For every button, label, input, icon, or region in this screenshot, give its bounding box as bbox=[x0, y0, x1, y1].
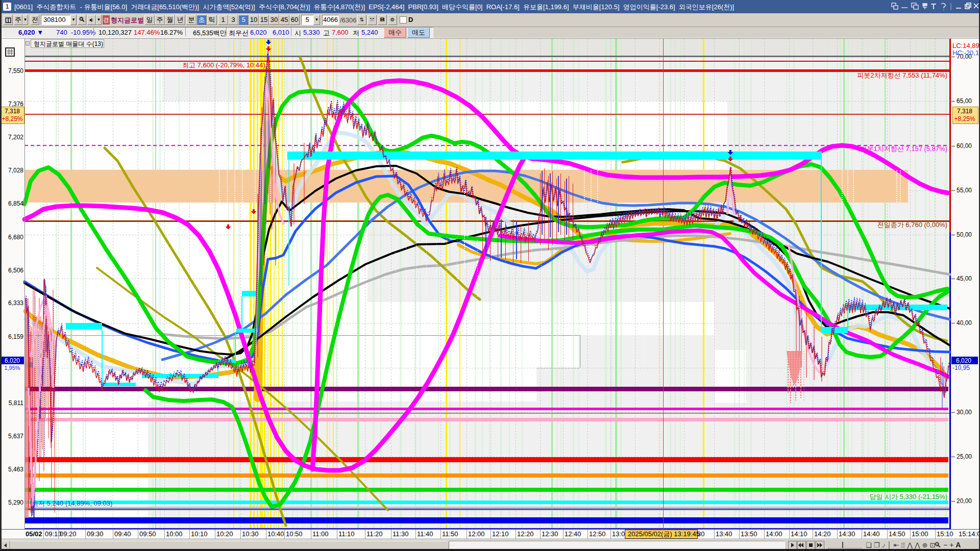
svg-text:15:00: 15:00 bbox=[912, 530, 928, 538]
svg-text:14:00: 14:00 bbox=[766, 530, 782, 538]
svg-text:13:50: 13:50 bbox=[741, 530, 757, 538]
svg-text:13:40: 13:40 bbox=[716, 530, 732, 538]
svg-text:10:40: 10:40 bbox=[267, 530, 284, 538]
svg-text:14:50: 14:50 bbox=[889, 530, 905, 538]
svg-text:55,00: 55,00 bbox=[957, 187, 972, 194]
svg-text:09:30: 09:30 bbox=[87, 530, 104, 538]
svg-text:7,318: 7,318 bbox=[5, 108, 20, 115]
svg-text:11:50: 11:50 bbox=[442, 530, 458, 538]
svg-text:6,020: 6,020 bbox=[5, 357, 20, 364]
svg-text:6,680: 6,680 bbox=[8, 234, 23, 241]
svg-text:12:30: 12:30 bbox=[542, 530, 558, 538]
svg-text:6,506: 6,506 bbox=[8, 267, 23, 274]
svg-text:형지글로벌 매물대 수(13): 형지글로벌 매물대 수(13) bbox=[34, 40, 103, 47]
svg-text:피봇2차저항선 7,553 (11,74%): 피봇2차저항선 7,553 (11,74%) bbox=[857, 71, 947, 79]
svg-text:6,333: 6,333 bbox=[8, 299, 23, 307]
svg-text:피봇1차저항선 7,157 (5,87%): 피봇1차저항선 7,157 (5,87%) bbox=[860, 145, 947, 153]
svg-text:25,00: 25,00 bbox=[957, 453, 972, 460]
svg-text:09:20: 09:20 bbox=[60, 530, 77, 538]
svg-text:14:10: 14:10 bbox=[791, 530, 807, 538]
svg-text:2025/05/02(금) 13:19:45: 2025/05/02(금) 13:19:45 bbox=[628, 530, 700, 538]
svg-text:10:10: 10:10 bbox=[191, 530, 208, 538]
svg-text:14:20: 14:20 bbox=[814, 530, 831, 538]
svg-text:09:10: 09:10 bbox=[45, 530, 62, 538]
svg-text:10:30: 10:30 bbox=[242, 530, 259, 538]
svg-text:5,637: 5,637 bbox=[8, 433, 23, 440]
svg-text:7,550: 7,550 bbox=[8, 67, 23, 74]
svg-text:10:20: 10:20 bbox=[216, 530, 233, 538]
svg-text:05/02: 05/02 bbox=[26, 530, 42, 538]
svg-text:12:20: 12:20 bbox=[517, 530, 534, 538]
svg-text:6,854: 6,854 bbox=[8, 200, 23, 207]
svg-text:최고 7,600 (-20,79%, 10:44): 최고 7,600 (-20,79%, 10:44) bbox=[182, 61, 265, 69]
svg-text:12:50: 12:50 bbox=[589, 530, 606, 538]
svg-text:-10,95: -10,95 bbox=[952, 364, 970, 371]
svg-text:30,00: 30,00 bbox=[957, 409, 972, 416]
svg-text:6,159: 6,159 bbox=[8, 333, 23, 340]
svg-text:+8,25%: +8,25% bbox=[2, 115, 22, 122]
svg-text:20,00: 20,00 bbox=[957, 497, 972, 505]
svg-text:전일종가 6,760 (0,00%): 전일종가 6,760 (0,00%) bbox=[877, 221, 947, 229]
svg-text:당일 시가 5,330 (-21,15%): 당일 시가 5,330 (-21,15%) bbox=[870, 493, 947, 500]
svg-text:45,00: 45,00 bbox=[957, 275, 972, 282]
svg-text:11:00: 11:00 bbox=[312, 530, 329, 538]
svg-text:HC:-20,1: HC:-20,1 bbox=[952, 49, 979, 57]
svg-text:11:30: 11:30 bbox=[393, 530, 409, 538]
svg-text:14:30: 14:30 bbox=[839, 530, 855, 538]
svg-text:10:00: 10:00 bbox=[166, 530, 183, 538]
svg-text:+8,25%: +8,25% bbox=[954, 115, 975, 122]
svg-text:LC:14,89: LC:14,89 bbox=[952, 42, 979, 49]
svg-text:7,028: 7,028 bbox=[8, 167, 23, 174]
svg-text:6,020: 6,020 bbox=[956, 357, 971, 364]
svg-text:50,00: 50,00 bbox=[957, 231, 972, 238]
svg-text:7,202: 7,202 bbox=[8, 134, 23, 141]
svg-text:7,318: 7,318 bbox=[957, 108, 972, 115]
svg-text:12:10: 12:10 bbox=[492, 530, 509, 538]
svg-text:15:14:0: 15:14:0 bbox=[959, 530, 980, 538]
svg-text:11:20: 11:20 bbox=[366, 530, 383, 538]
svg-text:10:50: 10:50 bbox=[286, 530, 303, 538]
svg-text:14:40: 14:40 bbox=[863, 530, 880, 538]
svg-text:5,811: 5,811 bbox=[9, 399, 23, 407]
svg-text:09:40: 09:40 bbox=[114, 530, 131, 538]
svg-text:15:10: 15:10 bbox=[937, 530, 953, 538]
svg-text:12:00: 12:00 bbox=[468, 530, 485, 538]
svg-text:11:10: 11:10 bbox=[338, 530, 355, 538]
svg-text:최저 5,240 (14,89%, 09:03): 최저 5,240 (14,89%, 09:03) bbox=[32, 499, 112, 507]
svg-text:11:40: 11:40 bbox=[417, 530, 433, 538]
svg-text:5,463: 5,463 bbox=[8, 466, 23, 473]
svg-text:09:50: 09:50 bbox=[139, 530, 156, 538]
svg-text:65,00: 65,00 bbox=[957, 97, 972, 105]
svg-text:60,00: 60,00 bbox=[957, 142, 972, 149]
svg-text:40,00: 40,00 bbox=[957, 319, 972, 327]
svg-text:1,95%: 1,95% bbox=[4, 365, 20, 371]
svg-text:5,290: 5,290 bbox=[8, 499, 23, 506]
svg-text:12:40: 12:40 bbox=[565, 530, 581, 538]
